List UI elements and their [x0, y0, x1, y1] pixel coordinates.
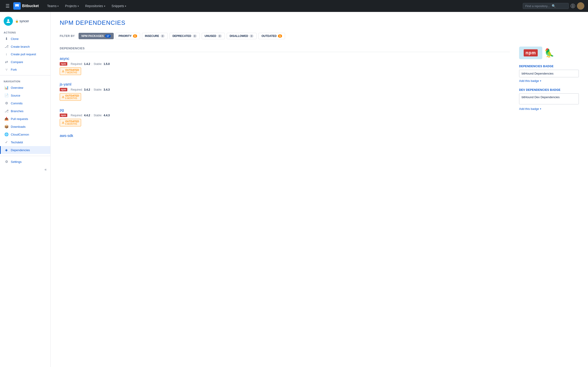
- dependencies-badge-section: DEPENDENCIES BADGE Add this badge ▾: [519, 65, 579, 83]
- dependency-meta-async: npm | Required: 1.4.2 | Stable: 1.5.0: [60, 62, 510, 66]
- dependency-item-pg: pg npm | Required: 4.4.2 | Stable: 4.4.3…: [60, 108, 510, 126]
- sidebar-item-settings[interactable]: ⚙ Settings: [0, 158, 50, 166]
- repository-search-box[interactable]: Find a repository... 🔍: [523, 3, 569, 9]
- sidebar-user-avatar: [4, 17, 13, 26]
- avatar-image: [577, 2, 584, 10]
- actions-section-title: ACTIONS: [0, 28, 50, 35]
- dependencies-icon: ◈: [4, 148, 9, 152]
- clone-icon: ⬇: [4, 37, 9, 41]
- sidebar-item-source[interactable]: 📄 Source: [0, 92, 50, 99]
- insecure-count-badge: 0: [161, 34, 165, 38]
- npm-badge-pg: npm: [60, 114, 67, 117]
- filter-by-label: FILTER BY: [60, 34, 75, 38]
- bitbucket-logo-icon: [13, 2, 21, 10]
- disallowed-count-badge: 0: [250, 34, 254, 38]
- npm-logo-text: npm: [524, 49, 538, 56]
- dependency-name-pg[interactable]: pg: [60, 108, 64, 112]
- dependency-item-async: async npm | Required: 1.4.2 | Stable: 1.…: [60, 57, 510, 75]
- filter-bar: FILTER BY NPM PACKAGES 17 PRIORITY 6 INS…: [60, 33, 579, 39]
- search-placeholder-text: Find a repository...: [525, 4, 550, 8]
- npm-logo-box: npm: [519, 47, 542, 59]
- overview-icon: 📊: [4, 85, 9, 90]
- filter-outdated[interactable]: OUTDATED 6: [258, 33, 285, 39]
- warning-icon: ⚠: [62, 70, 64, 73]
- dependency-name-async[interactable]: async: [60, 57, 69, 61]
- filter-deprecated[interactable]: DEPRECATED 0: [170, 33, 200, 39]
- filter-insecure[interactable]: INSECURE 0: [142, 33, 168, 39]
- sidebar-collapse-button[interactable]: «: [0, 166, 50, 173]
- dependency-meta-js-yaml: npm | Required: 3.4.2 | Stable: 3.4.3: [60, 88, 510, 91]
- sidebar: 🔒 syncer ACTIONS ⬇ Clone ⎇ Create branch…: [0, 12, 51, 367]
- projects-chevron-icon: ▾: [78, 5, 79, 7]
- unused-count-badge: 0: [218, 34, 222, 38]
- filter-disallowed[interactable]: DISALLOWED 0: [227, 33, 257, 39]
- priority-count-badge: 6: [133, 34, 137, 38]
- filter-npm-packages[interactable]: NPM PACKAGES 17: [78, 33, 114, 39]
- sidebar-item-dependencies[interactable]: ◈ Dependencies: [0, 146, 50, 154]
- lock-icon: 🔒: [15, 19, 19, 23]
- filter-unused[interactable]: UNUSED 0: [202, 33, 225, 39]
- snippets-chevron-icon: ▾: [125, 5, 126, 7]
- create-branch-icon: ⎇: [4, 44, 9, 49]
- dev-dependencies-badge-title: DEV DEPENDENCIES BADGE: [519, 88, 579, 92]
- dependency-meta-pg: npm | Required: 4.4.2 | Stable: 4.4.3: [60, 114, 510, 117]
- dependency-name-aws-sdk[interactable]: aws-sdk: [60, 134, 73, 138]
- sidebar-item-fork[interactable]: ⑂ Fork: [0, 66, 50, 73]
- dependency-item-aws-sdk: aws-sdk: [60, 134, 510, 139]
- sidebar-username: syncer: [19, 19, 29, 23]
- dependency-name-js-yaml[interactable]: js-yaml: [60, 82, 71, 86]
- sidebar-item-downloads[interactable]: 📦 Downloads: [0, 123, 50, 131]
- sidebar-user-info: 🔒 syncer: [15, 19, 29, 23]
- hamburger-menu-button[interactable]: ☰: [4, 2, 11, 10]
- sidebar-user-section: 🔒 syncer: [0, 12, 50, 28]
- repositories-chevron-icon: ▾: [104, 5, 105, 7]
- nav-snippets[interactable]: Snippets ▾: [109, 3, 129, 9]
- sidebar-item-compare[interactable]: ⇄ Compare: [0, 58, 50, 66]
- nav-projects[interactable]: Projects ▾: [62, 3, 82, 9]
- outdated-badge-pg: ⚠ OUTDATED 6 MONTHS: [60, 119, 81, 126]
- filter-priority[interactable]: PRIORITY 6: [115, 33, 140, 39]
- sidebar-item-overview[interactable]: 📊 Overview: [0, 84, 50, 92]
- bitbucket-logo-text: Bitbucket: [22, 4, 39, 8]
- commits-icon: ⚙: [4, 101, 9, 105]
- page-layout: 🔒 syncer ACTIONS ⬇ Clone ⎇ Create branch…: [0, 12, 588, 367]
- sidebar-item-techdebt[interactable]: ✓ Techdebt: [0, 138, 50, 146]
- pull-requests-icon: 📥: [4, 117, 9, 121]
- parrot-icon[interactable]: 🦜: [544, 48, 554, 58]
- add-dependencies-badge-button[interactable]: Add this badge ▾: [519, 79, 541, 83]
- add-badge-chevron-icon: ▾: [540, 80, 541, 82]
- nav-teams[interactable]: Teams ▾: [44, 3, 61, 9]
- top-navigation: ☰ Bitbucket Teams ▾ Projects ▾ Repositor…: [0, 0, 588, 12]
- source-icon: 📄: [4, 93, 9, 98]
- add-dev-badge-chevron-icon: ▾: [540, 108, 541, 110]
- sidebar-item-commits[interactable]: ⚙ Commits: [0, 99, 50, 107]
- svg-point-0: [7, 19, 9, 21]
- help-button[interactable]: ⓪: [571, 3, 575, 9]
- sidebar-item-create-branch[interactable]: ⎇ Create branch: [0, 43, 50, 50]
- sidebar-divider-2: [0, 156, 50, 156]
- dependencies-badge-input[interactable]: [519, 70, 579, 77]
- sidebar-item-create-pull-request[interactable]: ↑ Create pull request: [0, 50, 50, 58]
- dev-dependencies-badge-input[interactable]: [519, 93, 579, 104]
- nav-repositories[interactable]: Repositories ▾: [82, 3, 108, 9]
- sidebar-item-clone[interactable]: ⬇ Clone: [0, 35, 50, 43]
- sidebar-item-pull-requests[interactable]: 📥 Pull requests: [0, 115, 50, 123]
- sidebar-item-branches[interactable]: ⎇ Branches: [0, 107, 50, 115]
- dependencies-list: DEPENDENCIES async npm | Required: 1.4.2…: [60, 47, 510, 147]
- warning-icon-pg: ⚠: [62, 121, 64, 124]
- sidebar-item-cloudcannon[interactable]: 🌐 CloudCannon: [0, 131, 50, 138]
- page-title: NPM DEPENDENCIES: [60, 19, 579, 26]
- badges-sidebar: npm 🦜 DEPENDENCIES BADGE Add this badge …: [519, 47, 579, 147]
- search-icon: 🔍: [552, 4, 556, 8]
- user-avatar[interactable]: [577, 2, 584, 10]
- npm-badge-async: npm: [60, 62, 67, 66]
- topnav-right-section: Find a repository... 🔍 ⓪: [523, 2, 584, 10]
- dependencies-badge-title: DEPENDENCIES BADGE: [519, 65, 579, 68]
- npm-packages-count-badge: 17: [105, 34, 111, 38]
- create-pull-request-icon: ↑: [4, 52, 9, 56]
- add-dev-dependencies-badge-button[interactable]: Add this badge ▾: [519, 107, 541, 110]
- branches-icon: ⎇: [4, 109, 9, 113]
- logos-row: npm 🦜: [519, 47, 579, 59]
- outdated-badge-js-yaml: ⚠ OUTDATED 6 MONTHS: [60, 93, 81, 101]
- bitbucket-logo[interactable]: Bitbucket: [13, 2, 39, 10]
